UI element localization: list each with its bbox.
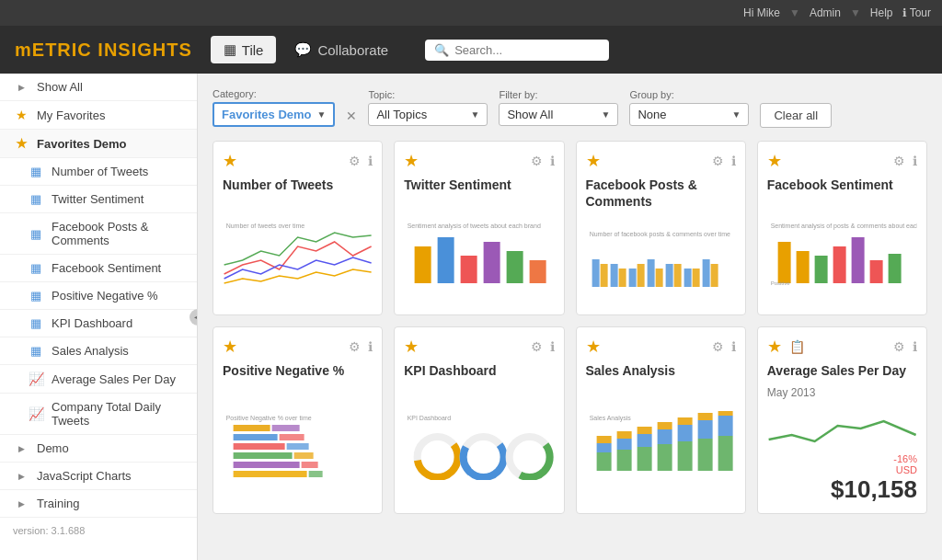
tab-collaborate[interactable]: 💬 Collaborate [281,36,401,63]
svg-rect-44 [234,471,307,477]
svg-rect-22 [710,264,718,287]
svg-rect-28 [851,237,864,283]
sidebar-item-label: JavaScript Charts [37,469,132,483]
svg-rect-67 [677,425,692,441]
svg-text:Positive: Positive [770,280,790,286]
tile-star-button[interactable]: ★ [586,151,601,171]
svg-rect-36 [234,434,278,440]
grid-icon: ▦ [28,344,44,358]
svg-rect-26 [814,256,827,283]
sidebar-item-label: Demo [37,441,69,455]
info-icon[interactable]: ℹ [550,339,555,354]
info-icon[interactable]: ℹ [913,154,917,168]
info-icon[interactable]: ℹ [368,339,373,354]
settings-icon[interactable]: ⚙ [531,154,543,168]
info-icon[interactable]: ℹ [731,339,736,354]
sidebar-version: version: 3.1.688 [0,518,197,543]
category-select[interactable]: Favorites Demo ▼ [213,102,335,127]
svg-rect-63 [657,422,672,429]
sidebar-item-company-tweets[interactable]: 📈Company Total Daily Tweets [0,394,197,435]
svg-rect-38 [234,443,285,450]
tile-number-of-tweets: ★ ⚙ ℹ Number of Tweets Number of tweets … [213,141,383,315]
sidebar-item-favorites-demo[interactable]: ★Favorites Demo [0,130,197,158]
search-wrap: 🔍 [425,40,609,61]
sidebar-item-js-charts[interactable]: ▶JavaScript Charts [0,463,197,490]
groupby-label: Group by: [629,89,749,100]
sidebar-item-avg-sales[interactable]: 📈Average Sales Per Day [0,365,197,394]
tile-star-button[interactable]: ★ [223,337,237,357]
tile-star-button[interactable]: ★ [404,337,419,357]
tab-tile[interactable]: ▦ Tile [211,36,277,63]
svg-rect-14 [637,264,644,287]
svg-rect-41 [294,452,314,459]
filterby-filter: Filter by: Show All ▼ [499,89,618,126]
tile-star-button[interactable]: ★ [767,337,782,357]
topic-select[interactable]: All Topics ▼ [368,103,488,126]
filterby-select[interactable]: Show All ▼ [499,103,618,126]
settings-icon[interactable]: ⚙ [712,154,724,168]
tile-star-button[interactable]: ★ [404,151,419,171]
settings-icon[interactable]: ⚙ [893,154,905,168]
info-icon[interactable]: ℹ [731,154,736,168]
settings-icon[interactable]: ⚙ [712,339,724,354]
grid-icon: ▦ [28,227,44,241]
sidebar-item-my-favorites[interactable]: ★My Favorites [0,101,197,130]
settings-icon[interactable]: ⚙ [349,154,361,168]
svg-rect-24 [777,242,790,283]
main-layout: ▶Show All★My Favorites★Favorites Demo▦Nu… [0,74,942,560]
svg-rect-57 [616,431,631,439]
svg-rect-35 [272,425,300,431]
tile-chart [767,403,917,453]
info-icon[interactable]: ℹ [913,339,917,354]
sidebar-item-demo[interactable]: ▶Demo [0,435,197,463]
svg-rect-45 [309,471,323,477]
sidebar-item-fb-posts-comments[interactable]: ▦Facebook Posts & Comments [0,213,197,255]
star-icon: ★ [13,136,29,151]
svg-rect-34 [234,425,270,431]
info-icon[interactable]: ℹ [550,154,555,168]
sidebar: ▶Show All★My Favorites★Favorites Demo▦Nu… [0,74,198,560]
search-input[interactable] [454,43,600,57]
tour-button[interactable]: ℹ Tour [902,6,931,19]
help-link[interactable]: Help [870,6,893,19]
tile-header: ★ ⚙ ℹ [404,151,554,171]
tile-star-button[interactable]: ★ [586,337,601,357]
tile-star-button[interactable]: ★ [767,151,782,171]
tile-icon: ▦ [224,41,236,58]
settings-icon[interactable]: ⚙ [893,339,905,354]
sidebar-item-positive-negative[interactable]: ▦Positive Negative % [0,282,197,310]
svg-text:Sales Analysis: Sales Analysis [589,415,631,422]
sidebar-item-fb-sentiment[interactable]: ▦Facebook Sentiment [0,255,197,282]
tile-chart: KPI Dashboard [404,386,554,504]
groupby-select[interactable]: None ▼ [629,103,749,126]
settings-icon[interactable]: ⚙ [349,339,361,354]
tile-actions: ⚙ ℹ [531,154,555,168]
sidebar-item-twitter-sentiment[interactable]: ▦Twitter Sentiment [0,186,197,213]
sidebar-item-number-of-tweets[interactable]: ▦Number of Tweets [0,158,197,186]
info-icon[interactable]: ℹ [368,154,373,168]
svg-rect-69 [697,413,712,420]
svg-rect-65 [657,444,672,471]
svg-text:Positive Negative % over time: Positive Negative % over time [226,415,312,422]
tile-chart: Sentiment analysis of posts & comments a… [767,200,917,305]
grid-icon: ▦ [28,261,44,275]
collaborate-icon: 💬 [294,41,312,58]
category-clear-button[interactable]: ✕ [346,109,357,123]
svg-text:Number of facebook posts & com: Number of facebook posts & comments over… [589,231,729,238]
tile-header: ★ ⚙ ℹ [586,337,736,357]
tile-star-button[interactable]: ★ [223,151,237,171]
user-menu[interactable]: Hi Mike [743,6,780,19]
admin-menu[interactable]: Admin [810,6,841,19]
tile-title: Number of Tweets [223,177,373,193]
sidebar-item-training[interactable]: ▶Training [0,490,197,518]
svg-rect-39 [287,443,309,450]
sidebar-item-show-all[interactable]: ▶Show All [0,74,197,101]
tiles-grid: ★ ⚙ ℹ Number of Tweets Number of tweets … [213,141,927,514]
sidebar-item-label: Sales Analysis [52,344,129,358]
sidebar-item-sales-analysis[interactable]: ▦Sales Analysis [0,337,197,365]
svg-rect-4 [484,242,500,283]
settings-icon[interactable]: ⚙ [531,339,543,354]
sidebar-item-kpi-dashboard[interactable]: ▦KPI Dashboard [0,310,197,337]
tile-actions: ⚙ ℹ [712,154,736,168]
clear-all-button[interactable]: Clear all [760,103,832,128]
